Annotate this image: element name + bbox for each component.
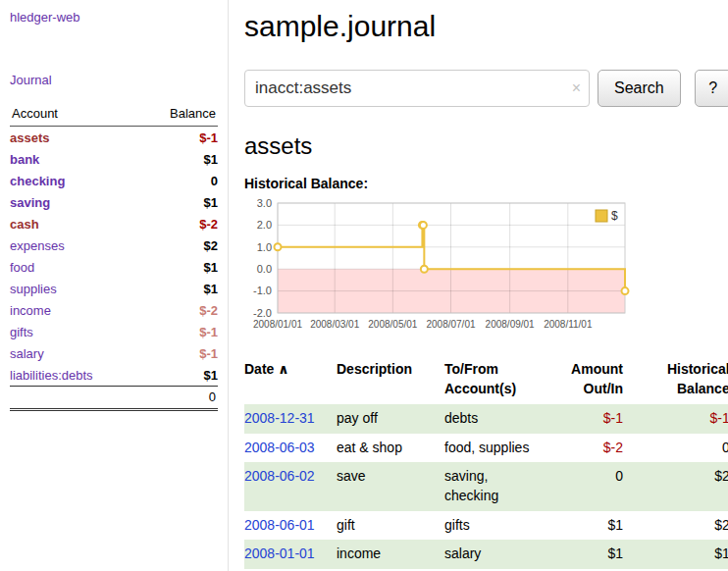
- transaction-accounts: debts: [444, 404, 550, 434]
- account-row: gifts$-1: [10, 321, 218, 342]
- transaction-description: pay off: [337, 404, 444, 434]
- account-cell: supplies: [10, 278, 139, 299]
- account-link-bank[interactable]: bank: [10, 152, 39, 167]
- register-header-amount: Amount Out/In: [550, 356, 631, 404]
- transaction-description: eat & shop: [337, 434, 444, 463]
- transaction-amount: $-2: [550, 434, 631, 463]
- x-tick-label: 2008/05/01: [368, 319, 417, 330]
- account-balance: $-2: [139, 213, 218, 234]
- transaction-amount: $1: [550, 511, 631, 541]
- account-row: checking0: [10, 170, 218, 191]
- transaction-amount: $-1: [550, 404, 631, 434]
- accounts-header-account: Account: [10, 104, 139, 127]
- x-tick-label: 2008/03/01: [310, 319, 359, 330]
- account-cell: gifts: [10, 321, 139, 342]
- account-cell: income: [10, 299, 139, 321]
- account-link-food[interactable]: food: [10, 260, 34, 275]
- account-link-salary[interactable]: salary: [10, 346, 44, 361]
- account-row: saving$1: [10, 191, 218, 213]
- clear-search-icon[interactable]: ×: [572, 80, 581, 96]
- account-balance: $-1: [139, 342, 218, 364]
- account-row: bank$1: [10, 148, 218, 170]
- account-row: expenses$2: [10, 234, 218, 256]
- transaction-date-link[interactable]: 2008-06-02: [244, 468, 315, 484]
- x-tick-label: 2008/01/01: [253, 319, 302, 330]
- account-link-gifts[interactable]: gifts: [10, 325, 33, 339]
- register-row[interactable]: 2008-12-31pay offdebts$-1$-1: [244, 404, 728, 434]
- account-link-assets[interactable]: assets: [10, 130, 49, 145]
- historical-balance-chart: 3.02.01.00.0-1.0-2.02008/01/012008/03/01…: [244, 197, 637, 344]
- search-box: ×: [244, 70, 590, 107]
- account-link-saving[interactable]: saving: [10, 195, 50, 210]
- transaction-accounts: food, supplies: [444, 434, 550, 463]
- account-link-expenses[interactable]: expenses: [10, 238, 65, 253]
- account-cell: liabilities:debts: [10, 364, 139, 387]
- transaction-date-link[interactable]: 2008-01-01: [244, 545, 315, 561]
- register-header-date-label: Date: [244, 361, 274, 377]
- help-button[interactable]: ?: [695, 70, 728, 107]
- account-row: supplies$1: [10, 278, 218, 299]
- transaction-date-cell: 2008-01-01: [244, 540, 337, 569]
- transaction-accounts: salary: [444, 540, 550, 569]
- account-balance: $1: [139, 278, 218, 299]
- transaction-date-link[interactable]: 2008-12-31: [244, 410, 315, 426]
- transaction-balance: $-1: [631, 404, 728, 434]
- account-balance: $1: [139, 191, 218, 213]
- account-link-supplies[interactable]: supplies: [10, 282, 57, 296]
- search-input[interactable]: [244, 70, 590, 107]
- chart-data-point: [421, 266, 428, 273]
- accounts-total-row: 0: [10, 387, 218, 410]
- sidebar-item-journal[interactable]: Journal: [10, 73, 52, 87]
- account-row: salary$-1: [10, 342, 218, 364]
- account-balance: $1: [139, 148, 218, 170]
- transaction-balance: $2: [631, 511, 728, 541]
- account-cell: food: [10, 256, 139, 278]
- account-cell: salary: [10, 342, 139, 364]
- accounts-table: Account Balance assets$-1bank$1checking0…: [10, 104, 218, 411]
- transaction-amount: 0: [550, 462, 631, 510]
- register-row[interactable]: 2008-06-03eat & shopfood, supplies$-20: [244, 434, 728, 463]
- account-link-liabilities-debts[interactable]: liabilities:debts: [10, 368, 93, 383]
- transaction-accounts: gifts: [444, 511, 550, 541]
- legend-label: $: [611, 209, 618, 223]
- accounts-header-balance: Balance: [139, 104, 218, 127]
- account-row: liabilities:debts$1: [10, 364, 218, 387]
- register-header-row: Date ∧ Description To/From Account(s) Am…: [244, 356, 728, 404]
- account-cell: bank: [10, 148, 139, 170]
- transaction-balance: $1: [631, 540, 728, 569]
- transaction-date-cell: 2008-06-01: [244, 511, 337, 541]
- x-tick-label: 2008/07/01: [426, 319, 475, 330]
- account-link-cash[interactable]: cash: [10, 217, 39, 232]
- account-heading: assets: [244, 132, 728, 160]
- sidebar-nav: Journal: [10, 71, 218, 88]
- sidebar: hledger-web Journal Account Balance asse…: [0, 0, 229, 571]
- account-row: assets$-1: [10, 127, 218, 149]
- transaction-date-link[interactable]: 2008-06-01: [244, 517, 315, 533]
- account-balance: $-1: [139, 127, 218, 149]
- hledger-web-app: hledger-web Journal Account Balance asse…: [0, 0, 728, 571]
- page-title: sample.journal: [244, 10, 728, 43]
- transaction-date-cell: 2008-12-31: [244, 404, 337, 434]
- register-row[interactable]: 2008-06-01giftgifts$1$2: [244, 511, 728, 541]
- brand-link[interactable]: hledger-web: [10, 10, 80, 25]
- transaction-amount: $1: [550, 540, 631, 569]
- accounts-header-row: Account Balance: [10, 104, 218, 127]
- y-tick-label: 0.0: [257, 263, 272, 275]
- chart-data-point: [275, 243, 282, 250]
- y-tick-label: -2.0: [253, 307, 272, 319]
- account-cell: checking: [10, 170, 139, 191]
- search-button[interactable]: Search: [598, 70, 681, 107]
- transaction-date-cell: 2008-06-03: [244, 434, 337, 463]
- register-header-date[interactable]: Date ∧: [244, 356, 337, 404]
- x-tick-label: 2008/11/01: [544, 319, 593, 330]
- account-link-income[interactable]: income: [10, 303, 51, 318]
- register-header-balance: Historical Balance: [631, 356, 728, 404]
- account-row: food$1: [10, 256, 218, 278]
- transaction-date-link[interactable]: 2008-06-03: [244, 440, 315, 455]
- register-row[interactable]: 2008-06-02savesaving, checking0$2: [244, 462, 728, 510]
- account-cell: saving: [10, 191, 139, 213]
- account-row: cash$-2: [10, 213, 218, 234]
- register-row[interactable]: 2008-01-01incomesalary$1$1: [244, 540, 728, 569]
- y-tick-label: 1.0: [257, 241, 272, 253]
- account-link-checking[interactable]: checking: [10, 174, 65, 188]
